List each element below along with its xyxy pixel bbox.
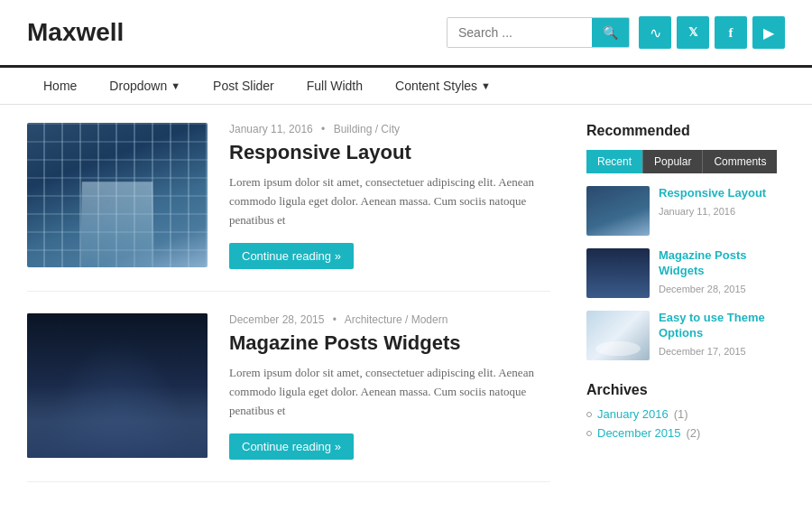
- archive-link-2[interactable]: December 2015: [597, 426, 681, 440]
- sidebar-post-3-info: Easy to use Theme Options December 17, 2…: [659, 311, 785, 359]
- sidebar-post-3-thumb: [586, 311, 650, 360]
- archive-count-2: (2): [687, 426, 701, 440]
- archive-count-1: (1): [674, 407, 688, 421]
- post-1-title: Responsive Layout: [229, 141, 550, 164]
- youtube-icon[interactable]: ▶: [752, 16, 785, 49]
- sidebar-post-1-link[interactable]: Responsive Layout: [659, 186, 766, 201]
- search-box: 🔍: [447, 17, 630, 48]
- tab-recent[interactable]: Recent: [586, 150, 643, 173]
- recommended-title: Recommended: [586, 123, 785, 139]
- rss-icon[interactable]: ∿: [639, 16, 671, 49]
- sidebar: Recommended Recent Popular Comments Resp…: [586, 123, 785, 504]
- sidebar-post-2-date: December 28, 2015: [659, 284, 746, 294]
- archive-bullet-2: [586, 431, 592, 436]
- sidebar-post-3-link[interactable]: Easy to use Theme Options: [659, 311, 785, 341]
- sidebar-post-1: Responsive Layout January 11, 2016: [586, 186, 785, 236]
- sidebar-post-2: Magazine Posts Widgets December 28, 2015: [586, 248, 785, 298]
- chevron-down-icon-2: ▼: [481, 80, 491, 91]
- archives-title: Archives: [586, 382, 785, 398]
- archive-item-2: December 2015 (2): [586, 426, 785, 440]
- archive-item-1: January 2016 (1): [586, 407, 785, 421]
- sidebar-post-3: Easy to use Theme Options December 17, 2…: [586, 311, 785, 360]
- sidebar-post-1-thumb: [586, 186, 650, 236]
- sidebar-post-3-date: December 17, 2015: [659, 346, 746, 357]
- content-area: January 11, 2016 • Building / City Respo…: [27, 123, 550, 504]
- archive-link-1[interactable]: January 2016: [597, 407, 669, 421]
- chevron-down-icon: ▼: [171, 80, 180, 91]
- tab-comments[interactable]: Comments: [703, 150, 777, 173]
- nav-item-content-styles[interactable]: Content Styles ▼: [379, 68, 507, 104]
- archive-list: January 2016 (1) December 2015 (2): [586, 407, 785, 440]
- sidebar-post-2-link[interactable]: Magazine Posts Widgets: [659, 248, 785, 279]
- site-title: Maxwell: [27, 18, 124, 47]
- social-icons: ∿ 𝕏 f ▶: [639, 16, 785, 49]
- post-2: December 28, 2015 • Architecture / Moder…: [27, 313, 550, 482]
- header-right: 🔍 ∿ 𝕏 f ▶: [447, 16, 785, 49]
- nav-item-dropdown[interactable]: Dropdown ▼: [93, 68, 197, 104]
- post-1-content: January 11, 2016 • Building / City Respo…: [229, 123, 550, 269]
- sidebar-tabs: Recent Popular Comments: [586, 150, 785, 173]
- post-1: January 11, 2016 • Building / City Respo…: [27, 123, 550, 292]
- nav-item-home[interactable]: Home: [27, 68, 93, 104]
- post-2-thumbnail: [27, 313, 208, 458]
- post-2-meta: December 28, 2015 • Architecture / Moder…: [229, 313, 550, 326]
- post-2-content: December 28, 2015 • Architecture / Moder…: [229, 313, 550, 460]
- sidebar-post-1-info: Responsive Layout January 11, 2016: [659, 186, 766, 219]
- sidebar-post-2-info: Magazine Posts Widgets December 28, 2015: [659, 248, 785, 296]
- post-1-thumbnail: [27, 123, 208, 267]
- post-1-meta: January 11, 2016 • Building / City: [229, 123, 550, 135]
- nav-item-full-width[interactable]: Full Width: [291, 68, 379, 104]
- search-input[interactable]: [448, 18, 592, 47]
- facebook-icon[interactable]: f: [715, 16, 747, 49]
- navigation: Home Dropdown ▼ Post Slider Full Width C…: [0, 65, 812, 105]
- post-1-read-more[interactable]: Continue reading »: [229, 243, 354, 269]
- archive-bullet-1: [586, 412, 592, 417]
- post-2-excerpt: Lorem ipsum dolor sit amet, consectetuer…: [229, 364, 550, 420]
- tab-popular[interactable]: Popular: [643, 150, 703, 173]
- site-header: Maxwell 🔍 ∿ 𝕏 f ▶: [0, 0, 812, 65]
- post-2-read-more[interactable]: Continue reading »: [229, 433, 354, 460]
- twitter-icon[interactable]: 𝕏: [677, 16, 709, 49]
- nav-item-post-slider[interactable]: Post Slider: [197, 68, 291, 104]
- recommended-section: Recommended Recent Popular Comments Resp…: [586, 123, 785, 360]
- post-2-title: Magazine Posts Widgets: [229, 331, 550, 355]
- sidebar-post-2-thumb: [586, 248, 650, 298]
- search-icon: 🔍: [603, 25, 618, 40]
- main-layout: January 11, 2016 • Building / City Respo…: [0, 105, 812, 522]
- sidebar-post-1-date: January 11, 2016: [659, 206, 735, 217]
- archives-section: Archives January 2016 (1) December 2015 …: [586, 382, 785, 440]
- post-1-excerpt: Lorem ipsum dolor sit amet, consectetuer…: [229, 173, 550, 229]
- search-button[interactable]: 🔍: [592, 18, 629, 47]
